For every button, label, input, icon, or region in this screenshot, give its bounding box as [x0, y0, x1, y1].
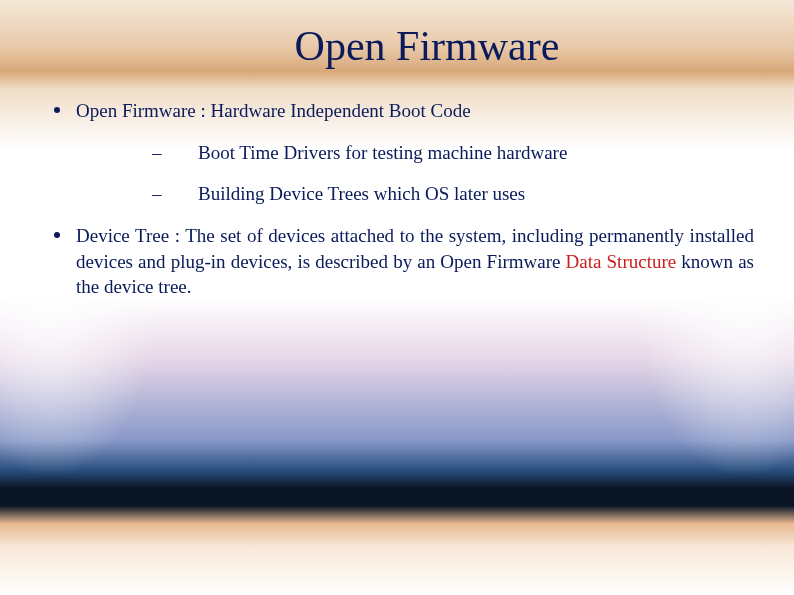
slide-content: Open Firmware Open Firmware : Hardware I… — [0, 0, 794, 595]
sub-bullet-2: Building Device Trees which OS later use… — [152, 181, 754, 207]
sub-bullet-list: Boot Time Drivers for testing machine ha… — [76, 140, 754, 207]
bullet-item-2: Device Tree : The set of devices attache… — [48, 223, 754, 300]
bullet-1-text: Open Firmware : Hardware Independent Boo… — [76, 100, 471, 121]
sub-bullet-1: Boot Time Drivers for testing machine ha… — [152, 140, 754, 166]
bullet-item-1: Open Firmware : Hardware Independent Boo… — [48, 98, 754, 207]
bullet-list: Open Firmware : Hardware Independent Boo… — [40, 98, 754, 300]
slide-background: Open Firmware Open Firmware : Hardware I… — [0, 0, 794, 595]
bullet-2-highlight: Data Structure — [566, 251, 677, 272]
slide-title: Open Firmware — [40, 22, 754, 70]
